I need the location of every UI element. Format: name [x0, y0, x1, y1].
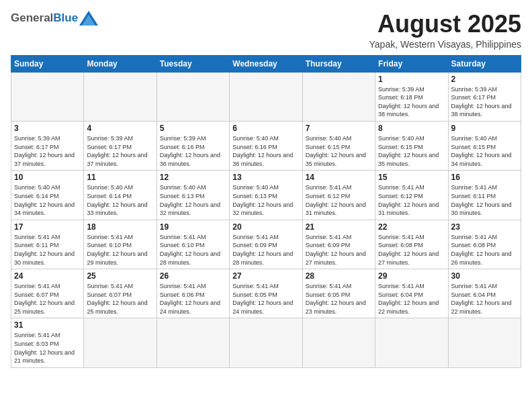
day-info: Sunrise: 5:41 AM Sunset: 6:05 PM Dayligh… [232, 282, 299, 316]
day-number: 8 [378, 124, 445, 133]
day-info: Sunrise: 5:41 AM Sunset: 6:12 PM Dayligh… [378, 183, 445, 217]
day-number: 6 [232, 124, 299, 133]
day-info: Sunrise: 5:40 AM Sunset: 6:15 PM Dayligh… [451, 134, 518, 168]
calendar-day-cell [84, 318, 157, 367]
weekday-header-wednesday: Wednesday [230, 55, 302, 72]
logo: General Blue [11, 11, 98, 26]
calendar-day-cell: 17Sunrise: 5:41 AM Sunset: 6:11 PM Dayli… [11, 220, 84, 269]
day-number: 5 [160, 124, 226, 133]
day-info: Sunrise: 5:41 AM Sunset: 6:10 PM Dayligh… [87, 233, 153, 267]
day-number: 19 [160, 222, 226, 232]
calendar-day-cell: 11Sunrise: 5:40 AM Sunset: 6:14 PM Dayli… [84, 171, 157, 220]
calendar-day-cell: 2Sunrise: 5:39 AM Sunset: 6:17 PM Daylig… [448, 72, 521, 121]
day-info: Sunrise: 5:39 AM Sunset: 6:17 PM Dayligh… [14, 134, 81, 168]
calendar-day-cell [230, 72, 302, 121]
subtitle: Yapak, Western Visayas, Philippines [369, 39, 521, 50]
calendar-week-row: 24Sunrise: 5:41 AM Sunset: 6:07 PM Dayli… [11, 269, 521, 318]
day-info: Sunrise: 5:41 AM Sunset: 6:09 PM Dayligh… [306, 233, 372, 267]
day-number: 2 [451, 75, 518, 84]
calendar-day-cell [302, 318, 375, 367]
day-info: Sunrise: 5:40 AM Sunset: 6:13 PM Dayligh… [160, 183, 226, 217]
day-number: 13 [232, 173, 299, 182]
day-number: 1 [378, 75, 445, 84]
day-info: Sunrise: 5:39 AM Sunset: 6:16 PM Dayligh… [160, 134, 226, 168]
day-number: 14 [306, 173, 372, 182]
logo-icon [79, 11, 98, 26]
day-number: 26 [160, 271, 226, 281]
calendar-day-cell [11, 72, 84, 121]
weekday-header-sunday: Sunday [11, 55, 84, 72]
day-number: 11 [87, 173, 153, 182]
calendar-day-cell [84, 72, 157, 121]
logo-general-text: General [11, 11, 53, 25]
weekday-header-row: SundayMondayTuesdayWednesdayThursdayFrid… [11, 55, 521, 72]
calendar-day-cell: 29Sunrise: 5:41 AM Sunset: 6:04 PM Dayli… [375, 269, 448, 318]
calendar-day-cell: 12Sunrise: 5:40 AM Sunset: 6:13 PM Dayli… [157, 171, 229, 220]
day-info: Sunrise: 5:40 AM Sunset: 6:14 PM Dayligh… [87, 183, 153, 217]
calendar-week-row: 31Sunrise: 5:41 AM Sunset: 6:03 PM Dayli… [11, 318, 521, 367]
day-number: 7 [306, 124, 372, 133]
calendar-day-cell: 13Sunrise: 5:40 AM Sunset: 6:13 PM Dayli… [230, 171, 302, 220]
day-info: Sunrise: 5:41 AM Sunset: 6:08 PM Dayligh… [451, 233, 518, 267]
day-info: Sunrise: 5:40 AM Sunset: 6:15 PM Dayligh… [306, 134, 372, 168]
day-info: Sunrise: 5:40 AM Sunset: 6:14 PM Dayligh… [14, 183, 81, 217]
weekday-header-friday: Friday [375, 55, 448, 72]
page-header: General Blue August 2025 Yapak, Western … [11, 11, 521, 50]
calendar-day-cell: 27Sunrise: 5:41 AM Sunset: 6:05 PM Dayli… [230, 269, 302, 318]
day-info: Sunrise: 5:41 AM Sunset: 6:08 PM Dayligh… [378, 233, 445, 267]
day-info: Sunrise: 5:41 AM Sunset: 6:12 PM Dayligh… [306, 183, 372, 217]
calendar-day-cell: 15Sunrise: 5:41 AM Sunset: 6:12 PM Dayli… [375, 171, 448, 220]
day-info: Sunrise: 5:41 AM Sunset: 6:10 PM Dayligh… [160, 233, 226, 267]
day-number: 29 [378, 271, 445, 281]
calendar-day-cell: 30Sunrise: 5:41 AM Sunset: 6:04 PM Dayli… [448, 269, 521, 318]
calendar-day-cell [157, 72, 229, 121]
calendar-day-cell: 18Sunrise: 5:41 AM Sunset: 6:10 PM Dayli… [84, 220, 157, 269]
day-info: Sunrise: 5:39 AM Sunset: 6:17 PM Dayligh… [451, 85, 518, 119]
calendar-day-cell [157, 318, 229, 367]
calendar-day-cell: 16Sunrise: 5:41 AM Sunset: 6:11 PM Dayli… [448, 171, 521, 220]
calendar-day-cell: 26Sunrise: 5:41 AM Sunset: 6:06 PM Dayli… [157, 269, 229, 318]
calendar-day-cell: 1Sunrise: 5:39 AM Sunset: 6:18 PM Daylig… [375, 72, 448, 121]
calendar-week-row: 3Sunrise: 5:39 AM Sunset: 6:17 PM Daylig… [11, 121, 521, 170]
calendar-table: SundayMondayTuesdayWednesdayThursdayFrid… [11, 55, 521, 368]
weekday-header-saturday: Saturday [448, 55, 521, 72]
day-info: Sunrise: 5:41 AM Sunset: 6:06 PM Dayligh… [160, 282, 226, 316]
day-number: 22 [378, 222, 445, 232]
day-number: 23 [451, 222, 518, 232]
title-area: August 2025 Yapak, Western Visayas, Phil… [369, 11, 521, 50]
weekday-header-monday: Monday [84, 55, 157, 72]
day-info: Sunrise: 5:39 AM Sunset: 6:18 PM Dayligh… [378, 85, 445, 119]
day-number: 16 [451, 173, 518, 182]
calendar-day-cell: 28Sunrise: 5:41 AM Sunset: 6:05 PM Dayli… [302, 269, 375, 318]
calendar-day-cell: 7Sunrise: 5:40 AM Sunset: 6:15 PM Daylig… [302, 121, 375, 170]
calendar-day-cell [448, 318, 521, 367]
day-info: Sunrise: 5:40 AM Sunset: 6:15 PM Dayligh… [378, 134, 445, 168]
day-number: 4 [87, 124, 153, 133]
day-number: 25 [87, 271, 153, 281]
calendar-week-row: 17Sunrise: 5:41 AM Sunset: 6:11 PM Dayli… [11, 220, 521, 269]
day-number: 20 [232, 222, 299, 232]
calendar-day-cell: 21Sunrise: 5:41 AM Sunset: 6:09 PM Dayli… [302, 220, 375, 269]
day-number: 30 [451, 271, 518, 281]
calendar-day-cell [230, 318, 302, 367]
day-info: Sunrise: 5:40 AM Sunset: 6:13 PM Dayligh… [232, 183, 299, 217]
calendar-day-cell: 22Sunrise: 5:41 AM Sunset: 6:08 PM Dayli… [375, 220, 448, 269]
day-number: 27 [232, 271, 299, 281]
weekday-header-tuesday: Tuesday [157, 55, 229, 72]
calendar-day-cell: 20Sunrise: 5:41 AM Sunset: 6:09 PM Dayli… [230, 220, 302, 269]
calendar-day-cell: 23Sunrise: 5:41 AM Sunset: 6:08 PM Dayli… [448, 220, 521, 269]
day-info: Sunrise: 5:39 AM Sunset: 6:17 PM Dayligh… [87, 134, 153, 168]
day-info: Sunrise: 5:40 AM Sunset: 6:16 PM Dayligh… [232, 134, 299, 168]
calendar-day-cell: 8Sunrise: 5:40 AM Sunset: 6:15 PM Daylig… [375, 121, 448, 170]
day-info: Sunrise: 5:41 AM Sunset: 6:05 PM Dayligh… [306, 282, 372, 316]
calendar-day-cell: 9Sunrise: 5:40 AM Sunset: 6:15 PM Daylig… [448, 121, 521, 170]
calendar-day-cell: 6Sunrise: 5:40 AM Sunset: 6:16 PM Daylig… [230, 121, 302, 170]
day-number: 31 [14, 320, 81, 330]
day-number: 15 [378, 173, 445, 182]
calendar-day-cell [375, 318, 448, 367]
calendar-day-cell [302, 72, 375, 121]
weekday-header-thursday: Thursday [302, 55, 375, 72]
month-title: August 2025 [369, 11, 521, 38]
calendar-day-cell: 4Sunrise: 5:39 AM Sunset: 6:17 PM Daylig… [84, 121, 157, 170]
day-number: 9 [451, 124, 518, 133]
